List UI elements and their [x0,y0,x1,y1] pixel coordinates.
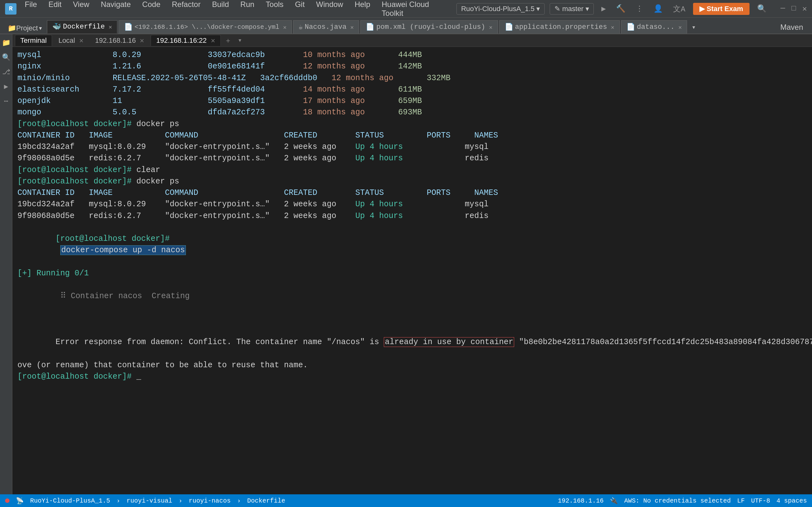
content-area: Terminal Local ✕ 192.168.1.16 ✕ 192.168.… [12,34,812,494]
menu-code[interactable]: Code [138,0,165,19]
app-icon: R [5,3,16,14]
status-encoding[interactable]: UTF-8 [751,497,770,504]
tab-close-pom[interactable]: ✕ [489,24,493,31]
start-exam-button[interactable]: ▶ Start Exam [693,3,750,15]
tab-compose-label: <192.168.1.16> \...\docker-compose.yml [135,23,279,31]
tab-dockerfile[interactable]: 🐳 Dockerfile ✕ [47,20,117,34]
local-label: Local [58,37,75,44]
close-ip22[interactable]: ✕ [211,38,215,44]
project-tab[interactable]: 📁 Project ▾ [3,23,47,34]
tab-close-data[interactable]: ✕ [678,24,682,31]
error-output-2: ove (or rename) that container to be abl… [17,360,812,371]
menu-git[interactable]: Git [291,0,309,19]
status-spaces[interactable]: 4 spaces [776,497,807,504]
status-module[interactable]: ruoyi-visual [126,497,172,504]
menu-huawei[interactable]: Huawei Cloud Toolkit [377,0,456,19]
table-header: CONTAINER ID IMAGE COMMAND CREATED STATU… [17,187,812,199]
terminal-tabs-more[interactable]: ▾ [235,35,245,46]
nacos-icon: ☕ [299,23,303,32]
error-output-1: Error response from daemon: Conflict. Th… [17,325,812,360]
project-label: Project [16,24,38,32]
tab-close-compose[interactable]: ✕ [283,24,287,31]
menu-edit[interactable]: Edit [44,0,66,19]
tab-nacos-label: Nacos.java [305,23,347,31]
menu-refactor[interactable]: Refactor [167,0,205,19]
sidebar-icon-dots[interactable]: ⋯ [0,95,12,107]
tab-data-label: dataso... [637,23,675,31]
table-row: 9f98068a0d5e redis:6.2.7 "docker-entrypo… [17,210,812,222]
tab-dockerfile-label: Dockerfile [63,23,105,31]
add-terminal-button[interactable]: ＋ [222,35,234,47]
table-row: 9f98068a0d5e redis:6.2.7 "docker-entrypo… [17,153,812,164]
close-ip16[interactable]: ✕ [140,38,144,44]
status-separator2: › [179,497,183,504]
sidebar-icon-search[interactable]: 🔍 [0,51,12,63]
terminal-tab-ip16[interactable]: 192.168.1.16 ✕ [90,35,150,46]
status-file[interactable]: Dockerfile [247,497,285,504]
creating-output: ⠿ Container nacos Creating 0.2s [17,279,812,325]
tab-data[interactable]: 📄 dataso... ✕ [621,20,687,34]
lang-icon[interactable]: 文A [670,3,688,15]
minimize-button[interactable]: ─ [780,4,785,13]
sidebar-icon-git[interactable]: ⎇ [0,66,12,78]
maximize-button[interactable]: □ [792,4,796,13]
tab-close-application[interactable]: ✕ [611,24,614,31]
sidebar-icon-run[interactable]: ▶ [0,80,12,93]
title-bar: R File Edit View Navigate Code Refactor … [0,0,812,18]
chevron-down-icon: ▾ [39,25,42,32]
tab-pom-label: pom.xml (ruoyi-cloud-plus) [376,23,485,31]
tab-close-dockerfile[interactable]: ✕ [109,23,112,31]
search-icon[interactable]: 🔍 [755,3,769,14]
terminal-prompt: [root@localhost docker]# docker ps [17,118,812,130]
list-item: openjdk 11 5505a9a39df1 17 months ago 65… [17,95,812,107]
menu-build[interactable]: Build [207,0,233,19]
menu-window[interactable]: Window [312,0,348,19]
terminal-prompt: [root@localhost docker]# clear [17,164,812,176]
status-separator3: › [237,497,241,504]
close-local[interactable]: ✕ [79,38,84,44]
status-network-icon: 📡 [16,497,24,505]
terminal-tab-terminal[interactable]: Terminal [15,35,52,46]
status-error-dot [5,498,9,503]
menu-help[interactable]: Help [350,0,374,19]
pom-icon: 📄 [366,23,374,32]
status-lf[interactable]: LF [737,497,745,504]
branch-btn[interactable]: ✎ master ▾ [550,3,594,14]
list-item: mongo 5.0.5 dfda7a2cf273 18 months ago 6… [17,107,812,118]
status-submodule[interactable]: ruoyi-nacos [189,497,231,504]
running-output: [+] Running 0/1 [17,268,812,279]
terminal-tab-ip22[interactable]: 192.168.1.16:22 ✕ [151,35,220,46]
terminal-tab-local[interactable]: Local ✕ [53,35,89,46]
compose-icon: 📄 [124,23,133,32]
tab-application-label: application.properties [515,23,607,31]
editor-tabbar: 📁 Project ▾ 🐳 Dockerfile ✕ 📄 <192.168.1.… [0,18,812,34]
menu-view[interactable]: View [68,0,94,19]
menu-file[interactable]: File [20,0,42,19]
menu-run[interactable]: Run [236,0,259,19]
tab-application[interactable]: 📄 application.properties ✕ [499,20,620,34]
status-separator: › [116,497,120,504]
tabs-more-button[interactable]: ▾ [688,21,699,34]
menu-tools[interactable]: Tools [261,0,288,19]
user-icon[interactable]: 👤 [651,3,665,14]
build-icon[interactable]: 🔨 [613,3,628,14]
highlighted-command: docker-compose up -d nacos [60,245,186,255]
status-aws: AWS: No credentials selected [624,497,731,504]
run-icon[interactable]: ▶ [599,3,608,14]
sidebar-icon-folder[interactable]: 📁 [0,37,12,49]
more-icon[interactable]: ⋮ [633,3,646,14]
menu-navigate[interactable]: Navigate [96,0,136,19]
list-item: minio/minio RELEASE.2022-05-26T05-48-41Z… [17,72,812,84]
menu-bar: File Edit View Navigate Code Refactor Bu… [20,0,456,19]
dockerfile-icon: 🐳 [52,22,61,31]
terminal-cursor-prompt: [root@localhost docker]# _ [17,371,812,383]
app-title-btn[interactable]: RuoYi-Cloud-PlusA_1.5 ▾ [456,3,545,14]
tab-close-nacos[interactable]: ✕ [351,24,354,31]
tab-docker-compose[interactable]: 📄 <192.168.1.16> \...\docker-compose.yml… [119,20,292,34]
tab-nacos[interactable]: ☕ Nacos.java ✕ [293,20,359,34]
tab-pom[interactable]: 📄 pom.xml (ruoyi-cloud-plus) ✕ [360,20,498,34]
already-inuse-highlight: already in use by container [384,337,514,347]
status-project[interactable]: RuoYi-Cloud-PlusA_1.5 [30,497,110,504]
close-button[interactable]: ✕ [803,4,807,13]
maven-label: Maven [774,21,809,34]
